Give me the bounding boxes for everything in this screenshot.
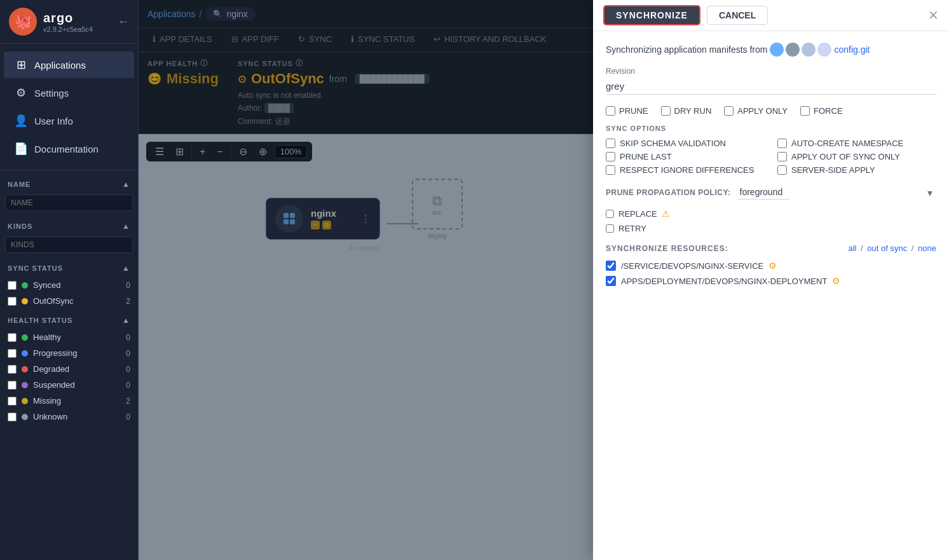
dialog-panel: SYNCHRONIZE CANCEL ✕ Synchronizing appli…	[593, 0, 949, 560]
sidebar-item-user-info[interactable]: 👤 User Info	[4, 107, 134, 134]
prune-last-item: PRUNE LAST	[606, 152, 765, 161]
sidebar-item-documentation[interactable]: 📄 Documentation	[4, 135, 134, 162]
missing-checkbox[interactable]	[8, 397, 17, 406]
synced-dot	[22, 282, 28, 289]
auto-ns-checkbox[interactable]	[777, 139, 787, 148]
filter-unknown-row: Unknown 0	[0, 409, 138, 425]
filter-healthy-row: Healthy 0	[0, 329, 138, 345]
sync-resources-links: all / out of sync / none	[848, 243, 936, 253]
avatar-2	[786, 43, 800, 57]
sidebar-item-user-label: User Info	[34, 116, 73, 126]
propagation-row: PRUNE PROPAGATION POLICY: foreground bac…	[606, 185, 936, 200]
resource-2-path: APPS/DEPLOYMENT/DEVOPS/NGINX-DEPLOYMENT	[621, 277, 827, 286]
suspended-checkbox[interactable]	[8, 381, 17, 390]
degraded-checkbox[interactable]	[8, 365, 17, 374]
filter-health-section: HEALTH STATUS ▲ Healthy 0 Progressing 0 …	[0, 311, 138, 425]
outofsync-dot	[22, 298, 28, 304]
user-icon: 👤	[14, 114, 28, 128]
retry-row: RETRY	[606, 224, 936, 233]
name-collapse-icon[interactable]: ▲	[122, 180, 130, 189]
avatar-3	[802, 43, 816, 57]
replace-checkbox[interactable]	[606, 210, 614, 218]
filter-suspended-row: Suspended 0	[0, 377, 138, 393]
filter-kinds-header: KINDS ▲	[0, 217, 138, 235]
suspended-dot	[22, 382, 28, 388]
name-filter-input[interactable]	[5, 195, 133, 211]
resource-2-checkbox[interactable]	[606, 276, 616, 286]
filter-sync-header: SYNC STATUS ▲	[0, 259, 138, 277]
resource-item-2: APPS/DEPLOYMENT/DEVOPS/NGINX-DEPLOYMENT …	[606, 276, 936, 286]
synchronize-button[interactable]: SYNCHRONIZE	[603, 5, 700, 25]
outofsync-label: OutOfSync	[33, 296, 74, 306]
replace-warn-icon: ⚠	[662, 208, 670, 219]
synced-count: 0	[126, 281, 130, 290]
settings-icon: ⚙	[14, 86, 28, 100]
server-side-checkbox[interactable]	[777, 165, 787, 175]
sync-resources-row: SYNCHRONIZE RESOURCES: all / out of sync…	[606, 243, 936, 253]
dry-run-checkbox-item: DRY RUN	[661, 106, 712, 116]
healthy-dot	[22, 334, 28, 341]
healthy-count: 0	[126, 333, 130, 342]
propagation-select[interactable]: foreground background orphan	[737, 185, 789, 200]
dialog-close-button[interactable]: ✕	[928, 8, 939, 23]
replace-label: REPLACE	[618, 209, 657, 219]
missing-dot	[22, 398, 28, 404]
apply-oos-item: APPLY OUT OF SYNC ONLY	[777, 152, 936, 161]
force-checkbox[interactable]	[800, 106, 810, 116]
synced-checkbox[interactable]	[8, 281, 17, 290]
sync-none-link[interactable]: none	[918, 243, 936, 253]
missing-label: Missing	[33, 396, 61, 406]
retry-checkbox[interactable]	[606, 224, 614, 233]
health-collapse-icon[interactable]: ▲	[122, 316, 130, 325]
progressing-checkbox[interactable]	[8, 349, 17, 358]
sync-collapse-icon[interactable]: ▲	[122, 264, 130, 273]
outofsync-count: 2	[126, 297, 130, 306]
sync-out-of-sync-link[interactable]: out of sync	[867, 243, 907, 253]
resource-1-path: /SERVICE/DEVOPS/NGINX-SERVICE	[621, 261, 763, 271]
dialog-description: Synchronizing application manifests from…	[606, 43, 936, 57]
outofsync-checkbox[interactable]	[8, 297, 17, 306]
apply-oos-checkbox[interactable]	[777, 152, 787, 161]
unknown-checkbox[interactable]	[8, 413, 17, 421]
sidebar-item-applications[interactable]: ⊞ Applications	[4, 51, 134, 78]
resource-1-checkbox[interactable]	[606, 261, 616, 271]
sidebar: 🐙 argo v2.9.2+c5ea5c4 ← ⊞ Applications ⚙…	[0, 0, 139, 560]
resource-2-warn-icon: ⚙	[832, 276, 840, 286]
revision-input[interactable]	[606, 78, 936, 95]
healthy-checkbox[interactable]	[8, 333, 17, 342]
dry-run-checkbox[interactable]	[661, 106, 671, 116]
filter-progressing-row: Progressing 0	[0, 345, 138, 361]
applications-icon: ⊞	[14, 58, 28, 72]
sidebar-nav: ⊞ Applications ⚙ Settings 👤 User Info 📄 …	[0, 44, 138, 170]
degraded-label: Degraded	[33, 364, 69, 374]
sidebar-item-settings[interactable]: ⚙ Settings	[4, 79, 134, 106]
resource-item-1: /SERVICE/DEVOPS/NGINX-SERVICE ⚙	[606, 261, 936, 271]
prune-checkbox[interactable]	[606, 106, 615, 116]
kinds-filter-input[interactable]	[5, 236, 133, 253]
avatar-1	[770, 43, 784, 57]
apply-only-checkbox[interactable]	[724, 106, 734, 116]
skip-schema-checkbox[interactable]	[606, 139, 615, 148]
cancel-button[interactable]: CANCEL	[707, 6, 768, 25]
degraded-count: 0	[126, 365, 130, 374]
filter-kinds-section: KINDS ▲	[0, 217, 138, 257]
server-side-item: SERVER-SIDE APPLY	[777, 165, 936, 175]
healthy-label: Healthy	[33, 332, 61, 342]
docs-icon: 📄	[14, 142, 28, 156]
respect-ignore-checkbox[interactable]	[606, 165, 615, 175]
sync-all-link[interactable]: all	[848, 243, 856, 253]
sync-options-grid: SKIP SCHEMA VALIDATION AUTO-CREATE NAMES…	[606, 139, 936, 175]
degraded-dot	[22, 366, 28, 372]
config-git-link[interactable]: config.git	[834, 44, 870, 55]
filter-sync-section: SYNC STATUS ▲ Synced 0 OutOfSync 2	[0, 259, 138, 309]
filter-outofsync-row: OutOfSync 2	[0, 293, 138, 309]
auto-ns-item: AUTO-CREATE NAMESPACE	[777, 139, 936, 148]
kinds-collapse-icon[interactable]: ▲	[122, 222, 130, 231]
progressing-dot	[22, 350, 28, 357]
back-button[interactable]: ←	[118, 15, 129, 29]
respect-ignore-item: RESPECT IGNORE DIFFERENCES	[606, 165, 765, 175]
propagation-label: PRUNE PROPAGATION POLICY:	[606, 188, 731, 197]
skip-schema-item: SKIP SCHEMA VALIDATION	[606, 139, 765, 148]
prune-last-checkbox[interactable]	[606, 152, 615, 161]
sidebar-filters: NAME ▲ KINDS ▲ SYNC STATUS ▲	[0, 170, 138, 560]
